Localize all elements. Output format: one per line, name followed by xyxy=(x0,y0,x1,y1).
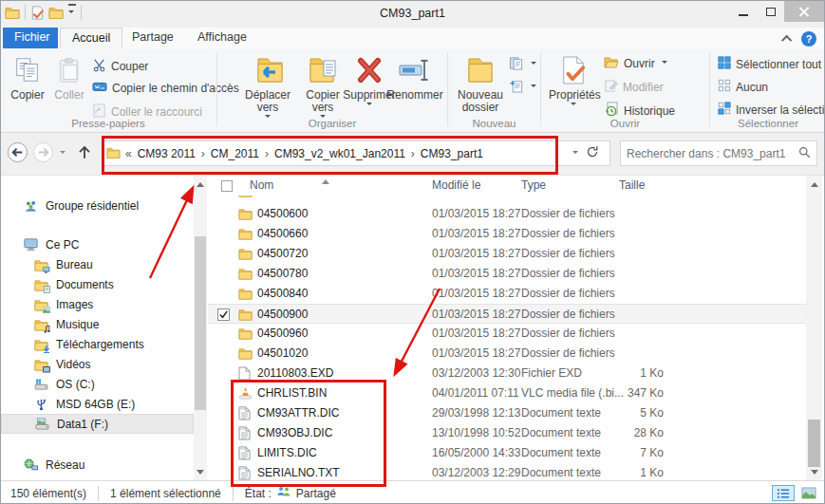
maximize-button[interactable] xyxy=(757,1,784,22)
sidebar-item-os-c-[interactable]: OS (C:) xyxy=(1,374,194,394)
select-all-icon xyxy=(718,56,731,72)
properties-button[interactable]: Propriétés xyxy=(549,53,598,108)
select-all-button[interactable]: Sélectionner tout xyxy=(718,56,821,72)
search-box[interactable] xyxy=(620,140,817,166)
file-type: Dossier de fichiers xyxy=(521,327,615,340)
sidebar-scrollbar[interactable] xyxy=(194,176,207,480)
paste-button[interactable]: Coller xyxy=(50,53,88,102)
edit-button[interactable]: Modifier xyxy=(604,79,664,96)
help-icon[interactable]: ? xyxy=(801,31,816,47)
minimize-button[interactable] xyxy=(729,1,757,22)
table-row[interactable]: 04500720 01/03/2015 18:27 Dossier de fic… xyxy=(208,244,810,264)
column-header-name[interactable]: Nom xyxy=(250,178,273,192)
rename-icon xyxy=(384,53,445,87)
thumbnails-view-button[interactable] xyxy=(797,485,820,501)
folder-pictures-icon xyxy=(34,298,48,311)
table-row[interactable]: 04501020 01/03/2015 18:27 Dossier de fic… xyxy=(208,344,810,364)
column-header-size[interactable]: Taille xyxy=(619,178,645,192)
table-row[interactable]: CM93OBJ.DIC 13/10/1998 10:52 Document te… xyxy=(208,423,810,443)
tab-home[interactable]: Accueil xyxy=(60,28,122,48)
address-dropdown-icon[interactable] xyxy=(572,151,578,157)
sidebar-item-data1-f-[interactable]: Data1 (F:) xyxy=(1,414,194,434)
details-view-button[interactable] xyxy=(772,485,795,501)
state-label: État : xyxy=(245,487,272,500)
new-folder-button[interactable]: Nouveau dossier xyxy=(454,53,507,114)
breadcrumb-item[interactable]: CM93_v2_wk01_Jan2011 xyxy=(270,147,410,160)
tab-view[interactable]: Affichage xyxy=(186,28,258,48)
table-row[interactable]: LIMITS.DIC 16/05/2000 14:33 Document tex… xyxy=(208,443,810,463)
breadcrumb-item[interactable]: CM_2011 xyxy=(206,147,264,160)
back-button[interactable] xyxy=(7,141,28,166)
table-row[interactable]: 04500660 01/03/2015 18:27 Dossier de fic… xyxy=(208,224,810,244)
sidebar-item-ce-pc[interactable]: Ce PC xyxy=(1,234,194,254)
invert-selection-button[interactable]: Inverser la sélection xyxy=(718,102,825,118)
ribbon-group-select: Sélectionner tout Aucun Inverser la séle… xyxy=(710,48,825,132)
open-button[interactable]: Ouvrir xyxy=(604,56,667,71)
breadcrumb: CM93 2011›CM_2011›CM93_v2_wk01_Jan2011›C… xyxy=(133,147,488,160)
table-row[interactable]: 20110803.EXD 03/12/2003 12:30 Fichier EX… xyxy=(208,364,810,383)
up-button[interactable] xyxy=(75,143,94,165)
scroll-up-icon[interactable] xyxy=(806,177,822,191)
ribbon-group-clipboard: Copier Coller Couper Copier le chemin d'… xyxy=(1,48,216,132)
column-header-type[interactable]: Type xyxy=(521,178,546,192)
item-count: 150 élément(s) xyxy=(10,487,86,500)
column-header-modified[interactable]: Modifié le xyxy=(432,178,480,192)
sidebar-item-r-seau[interactable]: Réseau xyxy=(1,455,194,475)
sidebar-item-musique[interactable]: Musique xyxy=(1,314,194,334)
file-name: 04500720 xyxy=(257,247,308,260)
sidebar-item-documents[interactable]: Documents xyxy=(1,274,194,294)
new-item-button[interactable] xyxy=(509,56,536,73)
cut-button[interactable]: Couper xyxy=(92,58,148,75)
refresh-icon[interactable] xyxy=(586,145,599,161)
copy-button[interactable]: Copier xyxy=(7,53,48,102)
group-label-open: Ouvrir xyxy=(541,118,709,129)
file-modified: 01/03/2015 18:27 xyxy=(432,287,520,300)
sidebar-scrollbar-thumb[interactable] xyxy=(195,236,206,410)
list-scrollbar-thumb[interactable] xyxy=(808,420,820,467)
table-row[interactable]: 04500900 01/03/2015 18:27 Dossier de fic… xyxy=(208,304,810,324)
scroll-down-icon[interactable] xyxy=(806,465,822,478)
sidebar-item-vid-os[interactable]: Vidéos xyxy=(1,354,194,374)
tab-file[interactable]: Fichier xyxy=(3,28,58,48)
file-type: Dossier de fichiers xyxy=(521,267,615,280)
file-size: 28 Ko xyxy=(569,426,664,439)
sidebar-item-msd-64gb-e-[interactable]: MSD 64GB (E:) xyxy=(1,394,194,414)
sidebar-item-bureau[interactable]: Bureau xyxy=(1,254,194,274)
tab-share[interactable]: Partage xyxy=(121,28,185,48)
row-checkbox[interactable] xyxy=(217,308,230,321)
search-input[interactable] xyxy=(627,147,798,160)
breadcrumb-item[interactable]: CM93_part1 xyxy=(416,147,488,160)
sidebar-item-t-l-chargements[interactable]: Téléchargements xyxy=(1,334,194,354)
close-button[interactable] xyxy=(784,1,824,22)
scroll-down-icon[interactable] xyxy=(194,465,207,478)
breadcrumb-item[interactable]: CM93 2011 xyxy=(133,147,200,160)
select-all-checkbox[interactable] xyxy=(221,180,233,192)
table-row[interactable]: CHRLIST.BIN 04/01/2011 07:11 VLC media f… xyxy=(208,383,810,403)
table-row[interactable]: 04500960 01/03/2015 18:27 Dossier de fic… xyxy=(208,324,810,344)
table-row[interactable]: SERIALNO.TXT 03/12/2003 12:29 Document t… xyxy=(208,463,810,480)
table-row[interactable]: 04500780 01/03/2015 18:27 Dossier de fic… xyxy=(208,264,810,284)
scroll-up-icon[interactable] xyxy=(194,177,207,191)
table-row[interactable]: CM93ATTR.DIC 29/03/1998 12:13 Document t… xyxy=(208,403,810,423)
ribbon: Copier Coller Couper Copier le chemin d'… xyxy=(1,48,824,133)
folder-icon xyxy=(238,287,253,303)
table-row[interactable]: 04500840 01/03/2015 18:27 Dossier de fic… xyxy=(208,284,810,304)
recent-locations-dropdown-icon[interactable] xyxy=(60,151,66,157)
move-to-button[interactable]: Déplacer vers xyxy=(240,53,295,121)
search-icon[interactable] xyxy=(798,146,811,161)
file-type: Dossier de fichiers xyxy=(521,207,615,220)
breadcrumb-overflow[interactable]: « xyxy=(124,147,133,160)
easy-access-button[interactable] xyxy=(509,79,536,96)
sidebar-item-images[interactable]: Images xyxy=(1,294,194,314)
rename-button[interactable]: Renommer xyxy=(384,53,445,102)
shared-people-icon xyxy=(276,486,291,500)
forward-button[interactable] xyxy=(32,141,54,166)
address-bar[interactable]: « CM93 2011›CM_2011›CM93_v2_wk01_Jan2011… xyxy=(102,140,610,166)
easy-access-icon xyxy=(509,79,524,96)
select-none-button[interactable]: Aucun xyxy=(718,79,768,95)
list-scrollbar[interactable] xyxy=(806,176,822,480)
sidebar-item-groupe-r-sidentiel[interactable]: Groupe résidentiel xyxy=(1,196,194,215)
table-row[interactable]: 04500600 01/03/2015 18:27 Dossier de fic… xyxy=(208,204,810,224)
group-label-clipboard: Presse-papiers xyxy=(1,118,216,129)
explorer-window: CM93_part1 Fichier Accueil Partage Affic… xyxy=(0,0,825,504)
